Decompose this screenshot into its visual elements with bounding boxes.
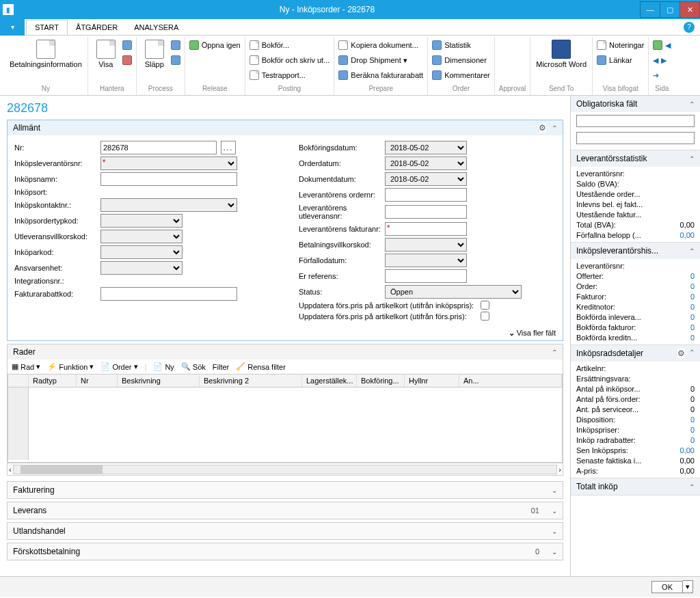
file-tab[interactable] [0,19,25,36]
leverantorsnr-select[interactable] [100,157,237,170]
factbox-row: Inköpspriser:0 [576,426,695,434]
factbox-row: Sen Inköpspris:0,00 [576,446,695,454]
status-select[interactable]: Öppen [385,285,522,299]
rb-bokfor-skriv[interactable]: Bokför och skriv ut... [250,53,330,67]
nr-input[interactable] [100,141,217,154]
col-lagerstall[interactable]: Lagerställek... [302,375,357,387]
rb-betalningsinfo[interactable]: Betalningsinformation [8,38,83,83]
fb-levstat-toggle[interactable]: ⌃ [689,155,695,163]
factbox-row: Inlevns bel. ej fakt... [576,200,695,208]
tab-start[interactable]: START [26,20,68,35]
erref-input[interactable] [385,269,467,283]
rader-chevron[interactable]: ⌃ [552,349,557,356]
ansvarsenhet-select[interactable] [100,261,183,275]
fasttab-utlandshandel[interactable]: Utlandshandel⌄ [7,522,563,540]
tb-funktion[interactable]: ⚡ Funktion ▾ [47,362,94,371]
fb-levhist-title: Inköpsleverantörshis... [576,246,658,256]
fb-totalt-toggle[interactable]: ⌃ [689,483,695,491]
tb-ny[interactable]: 📄 Ny [153,362,174,371]
obl-input2[interactable] [576,132,695,144]
fb-levstat-title: Leverantörsstatistik [576,154,647,163]
process-icon2[interactable] [171,53,180,67]
rb-prev[interactable]: ◀▶ [653,53,671,67]
fasttab-allmant: Allmänt ⌃ Nr:... Inköpsleverantörsnr:* I… [7,120,563,341]
tb-filter[interactable]: Filter [213,363,229,371]
col-radtyp[interactable]: Radtyp [29,375,77,387]
tb-order[interactable]: 📄 Order ▾ [100,362,137,371]
rb-noteringar[interactable]: Noteringar [597,38,644,52]
rb-statistik[interactable]: Statistik [432,38,490,52]
forfallo-select[interactable] [385,254,467,267]
upd1-checkbox[interactable] [481,301,489,310]
inkopkontakt-select[interactable] [100,198,237,212]
dokumentdatum-select[interactable]: 2018-05-02 [385,172,467,186]
rb-kommentarer[interactable]: Kommentarer [432,68,490,82]
tb-rad[interactable]: ▦ Rad ▾ [12,362,40,371]
rb-slapp[interactable]: Släpp [141,38,168,83]
obl-input1[interactable] [576,115,695,127]
fb-levhist-toggle[interactable]: ⌃ [689,247,695,255]
chevron-up-icon[interactable]: ⌃ [552,124,557,132]
gear-icon[interactable] [539,123,546,133]
edit-icon[interactable] [122,38,132,52]
orderdatum-select[interactable]: 2018-05-02 [385,157,467,170]
rb-refresh[interactable]: ◀ [653,38,671,52]
levorder-input[interactable] [385,188,467,202]
maximize-button[interactable]: ▢ [660,1,680,18]
bokforing-select[interactable]: 2018-05-02 [385,141,467,154]
rb-oppna-igen[interactable]: Öppna igen [189,38,241,52]
factbox-row: Saldo (BVA): [576,180,695,188]
ok-dropdown[interactable]: ▾ [683,580,693,593]
rb-word[interactable]: Microsoft Word [535,38,588,83]
col-hyllnr[interactable]: Hyllnr [405,375,459,387]
rb-testrapport[interactable]: Testrapport... [250,68,330,82]
inkopnamn-input[interactable] [100,172,237,186]
factbox-row: Offerter:0 [576,272,695,280]
nr-lookup[interactable]: ... [221,141,236,154]
tab-atgarder[interactable]: ÅTGÄRDER [68,21,126,34]
rb-drop[interactable]: Drop Shipment ▾ [338,53,423,67]
col-bokforing[interactable]: Bokföring... [357,375,405,387]
factbox-row: Förfallna belopp (...0,00 [576,231,695,239]
levfakt-input[interactable] [385,222,467,236]
fasttab-leverans[interactable]: Leverans01⌄ [7,502,563,519]
rb-kopiera[interactable]: Kopiera dokument... [338,38,423,52]
col-beskrivning[interactable]: Beskrivning [118,375,200,387]
show-more-link[interactable]: Visa fler fält [8,326,563,340]
ordertyp-select[interactable] [100,214,183,228]
tab-analysera[interactable]: ANALYSERA [126,21,187,34]
upd2-checkbox[interactable] [481,312,489,321]
rb-berakna[interactable]: Beräkna fakturarabatt [338,68,423,82]
col-beskrivning2[interactable]: Beskrivning 2 [200,375,302,387]
rb-next[interactable]: ➔ [653,68,671,82]
close-button[interactable]: ✕ [679,1,700,18]
inkoparkod-select[interactable] [100,245,183,259]
col-an[interactable]: An... [459,375,562,387]
ok-button[interactable]: OK [651,581,683,593]
rb-visa[interactable]: Visa [92,38,120,83]
fb-radsdet-title: Inköpsradsdetaljer [576,349,643,358]
utlev-select[interactable] [100,230,183,243]
fb-totalt-title: Totalt inköp [576,482,618,491]
col-nr[interactable]: Nr [77,375,118,387]
grid-h-scroll[interactable]: ‹› [8,463,563,475]
tb-rensa[interactable]: 🧹 Rensa filter [236,362,286,371]
factbox-row: Bokförda kreditn...0 [576,334,695,342]
fb-radsdet-toggle[interactable]: ⌃ [689,349,695,358]
levutlev-input[interactable] [385,205,467,219]
rb-bokfor[interactable]: Bokför... [250,38,330,52]
rb-dimensioner[interactable]: Dimensioner [432,53,490,67]
betvillkor-select[interactable] [385,238,467,252]
fasttab-allmant-title: Allmänt [13,123,40,133]
fasttab-forskott[interactable]: Förskottsbetalning0⌄ [7,543,563,560]
fb-obl-toggle[interactable]: ⌃ [689,100,695,108]
tb-sok[interactable]: 🔍 Sök [181,362,206,371]
rb-lankar[interactable]: Länkar [597,53,644,67]
radsdet-gear[interactable] [677,349,685,358]
fakturarabatt-input[interactable] [100,287,237,301]
process-icon1[interactable] [171,38,180,52]
minimize-button[interactable]: — [640,1,660,18]
help-button[interactable]: ? [684,22,695,33]
delete-icon[interactable] [122,53,132,67]
fasttab-fakturering[interactable]: Fakturering⌄ [7,481,563,499]
